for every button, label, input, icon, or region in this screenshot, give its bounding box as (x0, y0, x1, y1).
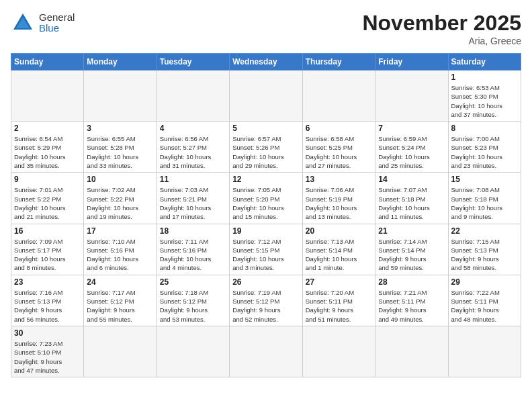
day-info: Sunrise: 7:00 AM Sunset: 5:23 PM Dayligh… (451, 134, 519, 170)
calendar-day-cell: 8Sunrise: 7:00 AM Sunset: 5:23 PM Daylig… (448, 122, 521, 173)
day-info: Sunrise: 7:07 AM Sunset: 5:18 PM Dayligh… (378, 185, 445, 221)
day-info: Sunrise: 7:20 AM Sunset: 5:11 PM Dayligh… (306, 288, 372, 324)
calendar-day-cell: 9Sunrise: 7:01 AM Sunset: 5:22 PM Daylig… (11, 173, 84, 224)
calendar-week-row: 2Sunrise: 6:54 AM Sunset: 5:29 PM Daylig… (11, 122, 521, 173)
day-number: 5 (232, 124, 300, 133)
day-number: 15 (451, 175, 519, 184)
day-info: Sunrise: 7:08 AM Sunset: 5:18 PM Dayligh… (451, 185, 519, 221)
day-number: 24 (87, 277, 153, 287)
calendar-day-cell: 16Sunrise: 7:09 AM Sunset: 5:17 PM Dayli… (11, 224, 84, 275)
day-info: Sunrise: 7:15 AM Sunset: 5:13 PM Dayligh… (451, 237, 519, 273)
calendar-day-cell (302, 71, 375, 122)
day-number: 6 (306, 124, 372, 133)
day-number: 16 (14, 226, 81, 236)
day-number: 14 (378, 175, 445, 184)
day-number: 8 (451, 124, 519, 133)
day-number: 13 (306, 175, 372, 184)
calendar-day-cell: 17Sunrise: 7:10 AM Sunset: 5:16 PM Dayli… (84, 224, 157, 275)
day-info: Sunrise: 7:02 AM Sunset: 5:22 PM Dayligh… (87, 185, 153, 221)
calendar-day-cell (302, 326, 375, 377)
day-number: 26 (232, 277, 300, 287)
calendar-day-cell: 18Sunrise: 7:11 AM Sunset: 5:16 PM Dayli… (157, 224, 229, 275)
calendar-day-cell (157, 71, 229, 122)
day-number: 1 (451, 73, 519, 82)
calendar-day-cell: 19Sunrise: 7:12 AM Sunset: 5:15 PM Dayli… (230, 224, 303, 275)
calendar-day-cell: 30Sunrise: 7:23 AM Sunset: 5:10 PM Dayli… (11, 326, 84, 377)
day-info: Sunrise: 6:54 AM Sunset: 5:29 PM Dayligh… (14, 134, 81, 170)
day-info: Sunrise: 6:55 AM Sunset: 5:28 PM Dayligh… (87, 134, 153, 170)
calendar-day-cell: 21Sunrise: 7:14 AM Sunset: 5:14 PM Dayli… (375, 224, 448, 275)
day-number: 3 (87, 124, 153, 133)
day-number: 2 (14, 124, 81, 133)
day-info: Sunrise: 7:14 AM Sunset: 5:14 PM Dayligh… (378, 237, 445, 273)
calendar-week-row: 16Sunrise: 7:09 AM Sunset: 5:17 PM Dayli… (11, 224, 521, 275)
calendar-day-cell: 4Sunrise: 6:56 AM Sunset: 5:27 PM Daylig… (157, 122, 229, 173)
calendar-day-cell: 25Sunrise: 7:18 AM Sunset: 5:12 PM Dayli… (157, 275, 229, 326)
calendar-day-cell: 24Sunrise: 7:17 AM Sunset: 5:12 PM Dayli… (84, 275, 157, 326)
weekday-header-saturday: Saturday (448, 54, 521, 71)
day-info: Sunrise: 7:13 AM Sunset: 5:14 PM Dayligh… (306, 237, 372, 273)
day-info: Sunrise: 7:16 AM Sunset: 5:13 PM Dayligh… (14, 288, 81, 324)
day-number: 17 (87, 226, 153, 236)
calendar-day-cell (230, 71, 303, 122)
page-header: General Blue November 2025 Aria, Greece (11, 11, 521, 46)
day-info: Sunrise: 7:23 AM Sunset: 5:10 PM Dayligh… (14, 339, 81, 375)
day-number: 25 (160, 277, 226, 287)
calendar-day-cell: 20Sunrise: 7:13 AM Sunset: 5:14 PM Dayli… (302, 224, 375, 275)
title-block: November 2025 Aria, Greece (362, 11, 521, 46)
day-info: Sunrise: 6:56 AM Sunset: 5:27 PM Dayligh… (160, 134, 226, 170)
day-info: Sunrise: 7:18 AM Sunset: 5:12 PM Dayligh… (160, 288, 226, 324)
day-info: Sunrise: 7:09 AM Sunset: 5:17 PM Dayligh… (14, 237, 81, 273)
calendar-day-cell: 7Sunrise: 6:59 AM Sunset: 5:24 PM Daylig… (375, 122, 448, 173)
weekday-header-thursday: Thursday (302, 54, 375, 71)
day-info: Sunrise: 7:21 AM Sunset: 5:11 PM Dayligh… (378, 288, 445, 324)
logo: General Blue (11, 11, 75, 35)
day-info: Sunrise: 7:22 AM Sunset: 5:11 PM Dayligh… (451, 288, 519, 324)
calendar-day-cell: 26Sunrise: 7:19 AM Sunset: 5:12 PM Dayli… (230, 275, 303, 326)
weekday-header-row: SundayMondayTuesdayWednesdayThursdayFrid… (11, 54, 521, 71)
day-number: 11 (160, 175, 226, 184)
day-info: Sunrise: 6:58 AM Sunset: 5:25 PM Dayligh… (306, 134, 372, 170)
calendar-day-cell: 27Sunrise: 7:20 AM Sunset: 5:11 PM Dayli… (302, 275, 375, 326)
calendar-day-cell (84, 71, 157, 122)
calendar-day-cell: 5Sunrise: 6:57 AM Sunset: 5:26 PM Daylig… (230, 122, 303, 173)
calendar-day-cell (375, 71, 448, 122)
calendar-day-cell (375, 326, 448, 377)
day-info: Sunrise: 7:12 AM Sunset: 5:15 PM Dayligh… (232, 237, 300, 273)
day-info: Sunrise: 7:11 AM Sunset: 5:16 PM Dayligh… (160, 237, 226, 273)
calendar-week-row: 1Sunrise: 6:53 AM Sunset: 5:30 PM Daylig… (11, 71, 521, 122)
calendar-day-cell (230, 326, 303, 377)
calendar-day-cell: 12Sunrise: 7:05 AM Sunset: 5:20 PM Dayli… (230, 173, 303, 224)
calendar-day-cell: 23Sunrise: 7:16 AM Sunset: 5:13 PM Dayli… (11, 275, 84, 326)
day-number: 23 (14, 277, 81, 287)
day-number: 20 (306, 226, 372, 236)
calendar-day-cell: 3Sunrise: 6:55 AM Sunset: 5:28 PM Daylig… (84, 122, 157, 173)
day-number: 29 (451, 277, 519, 287)
weekday-header-wednesday: Wednesday (230, 54, 303, 71)
calendar-day-cell (157, 326, 229, 377)
day-info: Sunrise: 7:05 AM Sunset: 5:20 PM Dayligh… (232, 185, 300, 221)
day-number: 7 (378, 124, 445, 133)
location-subtitle: Aria, Greece (362, 36, 521, 46)
day-number: 10 (87, 175, 153, 184)
calendar-day-cell: 29Sunrise: 7:22 AM Sunset: 5:11 PM Dayli… (448, 275, 521, 326)
weekday-header-tuesday: Tuesday (157, 54, 229, 71)
day-info: Sunrise: 6:53 AM Sunset: 5:30 PM Dayligh… (451, 83, 519, 119)
calendar-week-row: 23Sunrise: 7:16 AM Sunset: 5:13 PM Dayli… (11, 275, 521, 326)
day-number: 12 (232, 175, 300, 184)
day-info: Sunrise: 7:10 AM Sunset: 5:16 PM Dayligh… (87, 237, 153, 273)
day-number: 27 (306, 277, 372, 287)
calendar-day-cell: 13Sunrise: 7:06 AM Sunset: 5:19 PM Dayli… (302, 173, 375, 224)
day-number: 21 (378, 226, 445, 236)
weekday-header-sunday: Sunday (11, 54, 84, 71)
calendar-day-cell: 22Sunrise: 7:15 AM Sunset: 5:13 PM Dayli… (448, 224, 521, 275)
calendar-day-cell: 11Sunrise: 7:03 AM Sunset: 5:21 PM Dayli… (157, 173, 229, 224)
day-number: 19 (232, 226, 300, 236)
calendar-day-cell: 10Sunrise: 7:02 AM Sunset: 5:22 PM Dayli… (84, 173, 157, 224)
calendar-day-cell (448, 326, 521, 377)
day-info: Sunrise: 7:01 AM Sunset: 5:22 PM Dayligh… (14, 185, 81, 221)
day-info: Sunrise: 7:17 AM Sunset: 5:12 PM Dayligh… (87, 288, 153, 324)
day-number: 22 (451, 226, 519, 236)
day-info: Sunrise: 7:19 AM Sunset: 5:12 PM Dayligh… (232, 288, 300, 324)
calendar-day-cell: 2Sunrise: 6:54 AM Sunset: 5:29 PM Daylig… (11, 122, 84, 173)
